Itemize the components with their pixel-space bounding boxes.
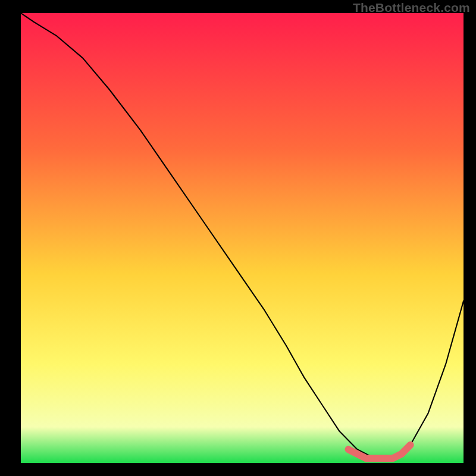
chart-stage: TheBottleneck.com: [0, 0, 476, 476]
bottleneck-curve: [21, 13, 464, 458]
plot-area: [21, 13, 464, 463]
optimal-range-marker: [349, 445, 411, 459]
watermark-text: TheBottleneck.com: [353, 1, 470, 15]
curve-layer: [21, 13, 464, 463]
